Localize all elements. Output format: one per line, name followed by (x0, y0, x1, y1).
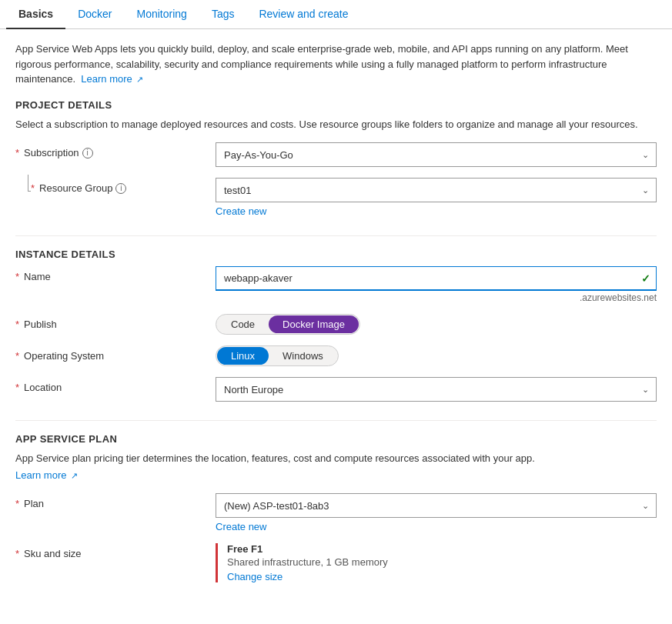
name-control: ✓ .azurewebsites.net (216, 266, 657, 303)
intro-description: App Service Web Apps lets you quickly bu… (15, 42, 657, 87)
external-link-icon-plan: ↗ (71, 471, 78, 480)
domain-suffix: .azurewebsites.net (216, 292, 657, 303)
tab-docker[interactable]: Docker (65, 0, 124, 29)
publish-row: * Publish Code Docker Image (15, 314, 657, 335)
subscription-label: * Subscription i (15, 142, 216, 159)
name-input-wrapper: ✓ (216, 266, 657, 291)
plan-select[interactable]: (New) ASP-test01-8ab3 (216, 493, 657, 518)
plan-create-new-link[interactable]: Create new (216, 521, 266, 532)
app-service-plan-title: APP SERVICE PLAN (15, 433, 657, 445)
tab-review-create[interactable]: Review and create (246, 0, 360, 29)
location-select[interactable]: North Europe (216, 377, 657, 402)
location-label: * Location (15, 377, 216, 393)
name-check-icon: ✓ (641, 272, 650, 285)
plan-row: * Plan (New) ASP-test01-8ab3 ⌄ Create ne… (15, 493, 657, 532)
tab-tags[interactable]: Tags (199, 0, 247, 29)
sku-name: Free F1 (227, 543, 657, 555)
name-row: * Name ✓ .azurewebsites.net (15, 266, 657, 303)
os-control: Linux Windows (216, 345, 657, 366)
learn-more-link-top[interactable]: Learn more ↗ (81, 73, 143, 85)
resource-group-select-wrapper: test01 ⌄ (216, 178, 657, 202)
change-size-link[interactable]: Change size (227, 571, 283, 582)
project-details-desc: Select a subscription to manage deployed… (15, 117, 657, 132)
tab-basics[interactable]: Basics (6, 0, 65, 29)
os-row: * Operating System Linux Windows (15, 345, 657, 366)
instance-details-section: INSTANCE DETAILS * Name ✓ .azurewebsites… (15, 249, 657, 402)
sku-control: Free F1 Shared infrastructure, 1 GB memo… (216, 543, 657, 582)
external-link-icon-top: ↗ (136, 75, 143, 84)
subscription-control: Pay-As-You-Go ⌄ (216, 142, 657, 167)
sku-label: * Sku and size (15, 543, 216, 559)
publish-toggle-group: Code Docker Image (216, 314, 360, 335)
resource-group-select[interactable]: test01 (216, 178, 657, 202)
resource-group-row: * Resource Group i test01 ⌄ Create new (15, 178, 657, 217)
app-service-plan-desc: App Service plan pricing tier determines… (15, 451, 657, 482)
project-details-section: PROJECT DETAILS Select a subscription to… (15, 99, 657, 218)
instance-details-title: INSTANCE DETAILS (15, 249, 657, 260)
sku-row: * Sku and size Free F1 Shared infrastruc… (15, 543, 657, 582)
divider-2 (15, 420, 657, 421)
subscription-info-icon[interactable]: i (82, 148, 93, 159)
app-service-plan-section: APP SERVICE PLAN App Service plan pricin… (15, 433, 657, 582)
publish-docker-btn[interactable]: Docker Image (269, 315, 359, 333)
sku-desc: Shared infrastructure, 1 GB memory (227, 556, 657, 568)
os-toggle-group: Linux Windows (216, 345, 339, 366)
name-label: * Name (15, 266, 216, 282)
location-row: * Location North Europe ⌄ (15, 377, 657, 402)
project-details-title: PROJECT DETAILS (15, 99, 657, 111)
plan-label: * Plan (15, 493, 216, 509)
tabs-bar: Basics Docker Monitoring Tags Review and… (0, 0, 672, 29)
location-select-wrapper: North Europe ⌄ (216, 377, 657, 402)
sku-box: Free F1 Shared infrastructure, 1 GB memo… (216, 543, 657, 582)
resource-group-info-icon[interactable]: i (115, 183, 126, 194)
publish-code-btn[interactable]: Code (217, 315, 269, 333)
tab-monitoring[interactable]: Monitoring (125, 0, 199, 29)
learn-more-link-plan[interactable]: Learn more ↗ (15, 468, 78, 483)
plan-control: (New) ASP-test01-8ab3 ⌄ Create new (216, 493, 657, 532)
main-content: App Service Web Apps lets you quickly bu… (0, 29, 672, 616)
resource-group-control: test01 ⌄ Create new (216, 178, 657, 217)
rg-create-new-link[interactable]: Create new (216, 205, 266, 217)
os-label: * Operating System (15, 345, 216, 362)
os-linux-btn[interactable]: Linux (217, 347, 269, 365)
divider-1 (15, 235, 657, 236)
location-control: North Europe ⌄ (216, 377, 657, 402)
name-input[interactable] (216, 266, 657, 291)
subscription-row: * Subscription i Pay-As-You-Go ⌄ (15, 142, 657, 167)
os-windows-btn[interactable]: Windows (269, 347, 337, 365)
subscription-select-wrapper: Pay-As-You-Go ⌄ (216, 142, 657, 167)
publish-control: Code Docker Image (216, 314, 657, 335)
plan-select-wrapper: (New) ASP-test01-8ab3 ⌄ (216, 493, 657, 518)
resource-group-label: * Resource Group i (31, 182, 126, 194)
subscription-select[interactable]: Pay-As-You-Go (216, 142, 657, 167)
publish-label: * Publish (15, 314, 216, 330)
